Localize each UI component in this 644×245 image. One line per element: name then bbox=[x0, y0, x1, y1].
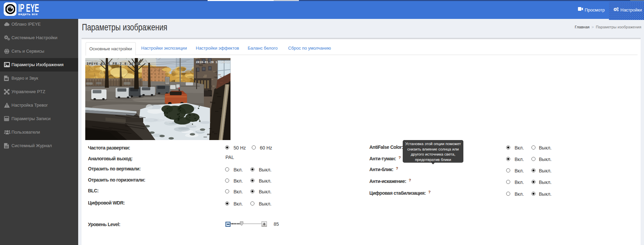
svg-text:2019-01-20 13:19:12: 2019-01-20 13:19:12 bbox=[196, 61, 230, 64]
svg-text:IPEYE B2 S PR-2.8-12-01: IPEYE B2 S PR-2.8-12-01 bbox=[87, 62, 141, 66]
